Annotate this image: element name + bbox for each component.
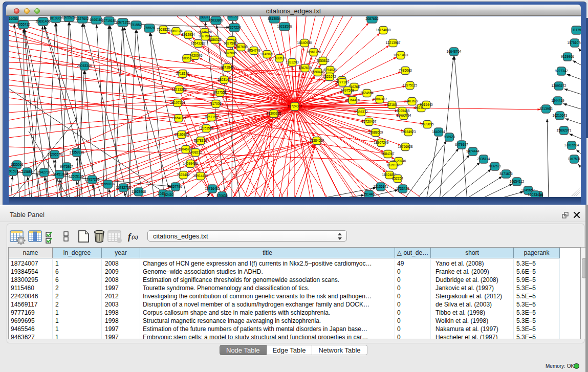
svg-text:7625402: 7625402: [177, 173, 190, 177]
svg-text:(x): (x): [132, 234, 138, 240]
svg-text:9227342: 9227342: [555, 69, 568, 73]
svg-text:16640910: 16640910: [297, 41, 312, 45]
svg-text:9146821: 9146821: [260, 52, 274, 56]
svg-text:9699695: 9699695: [421, 122, 434, 126]
svg-text:19218506: 19218506: [277, 25, 292, 28]
svg-text:7663822: 7663822: [157, 28, 170, 31]
svg-text:751552: 751552: [130, 23, 142, 27]
svg-text:8267150: 8267150: [205, 115, 218, 119]
svg-text:9684067: 9684067: [381, 152, 395, 156]
svg-text:88130: 88130: [228, 16, 237, 18]
svg-text:20206576: 20206576: [48, 152, 62, 156]
svg-text:9474444: 9474444: [466, 149, 480, 153]
svg-text:9975867: 9975867: [60, 165, 73, 168]
svg-text:10719185: 10719185: [102, 19, 117, 23]
svg-text:16648764: 16648764: [447, 50, 462, 53]
svg-text:10654112: 10654112: [510, 180, 525, 183]
svg-text:18724007: 18724007: [288, 104, 302, 108]
svg-text:938923: 938923: [444, 135, 455, 139]
svg-text:1835061: 1835061: [10, 163, 24, 166]
svg-text:9327503: 9327503: [199, 34, 212, 38]
svg-text:1832203: 1832203: [286, 60, 299, 64]
svg-text:6479197: 6479197: [455, 143, 468, 146]
svg-text:8678352: 8678352: [194, 139, 207, 142]
svg-text:16210643: 16210643: [553, 114, 568, 117]
svg-text:19166825: 19166825: [175, 133, 189, 136]
svg-text:92450: 92450: [164, 193, 173, 196]
svg-text:2935114: 2935114: [477, 157, 490, 161]
svg-text:1621072: 1621072: [323, 75, 336, 78]
svg-text:12213389: 12213389: [172, 87, 187, 91]
svg-text:12093572: 12093572: [552, 84, 567, 87]
svg-text:1527602: 1527602: [76, 17, 89, 20]
svg-text:8960124: 8960124: [169, 29, 183, 33]
svg-text:252254: 252254: [392, 177, 403, 180]
svg-text:8912954: 8912954: [182, 33, 195, 36]
svg-text:10958107: 10958107: [101, 182, 116, 186]
svg-text:9857791: 9857791: [169, 185, 182, 188]
svg-text:8186323: 8186323: [208, 38, 222, 41]
svg-text:8213953: 8213953: [539, 107, 553, 111]
svg-text:20364436: 20364436: [345, 98, 360, 102]
svg-text:15136141: 15136141: [374, 185, 388, 188]
svg-text:7485063: 7485063: [399, 69, 412, 72]
svg-text:6466160: 6466160: [90, 18, 103, 21]
svg-text:1362615: 1362615: [298, 66, 312, 70]
svg-text:7386372: 7386372: [355, 110, 368, 114]
svg-text:9327508: 9327508: [224, 41, 237, 45]
svg-text:9242845: 9242845: [221, 65, 234, 69]
svg-text:15716485: 15716485: [205, 187, 220, 190]
svg-text:18907249: 18907249: [374, 141, 389, 144]
svg-text:9463627: 9463627: [405, 99, 419, 103]
svg-text:8427552: 8427552: [213, 91, 227, 94]
svg-text:8454749: 8454749: [247, 49, 260, 52]
svg-text:1498222: 1498222: [189, 150, 202, 154]
svg-text:1810307: 1810307: [49, 16, 62, 20]
svg-text:17359928: 17359928: [70, 150, 84, 154]
svg-text:15751074: 15751074: [568, 41, 581, 45]
svg-text:11175: 11175: [572, 28, 581, 32]
svg-text:2087652: 2087652: [365, 17, 379, 20]
svg-text:1145194: 1145194: [53, 172, 66, 176]
svg-text:20053346: 20053346: [77, 64, 92, 68]
svg-text:10025458: 10025458: [395, 109, 410, 113]
svg-text:1588520: 1588520: [273, 56, 286, 60]
svg-text:12213967: 12213967: [386, 41, 401, 45]
svg-text:8471676: 8471676: [499, 172, 513, 176]
svg-text:16107554: 16107554: [170, 101, 185, 104]
svg-text:16543382: 16543382: [191, 41, 206, 45]
svg-text:9515440: 9515440: [420, 103, 433, 106]
svg-text:917006: 917006: [210, 102, 222, 105]
svg-text:115689: 115689: [21, 170, 33, 173]
svg-text:12505135: 12505135: [69, 174, 84, 178]
svg-text:19654925: 19654925: [171, 116, 186, 120]
svg-text:6497568: 6497568: [341, 89, 354, 92]
svg-text:16055: 16055: [9, 17, 18, 20]
svg-text:2867608: 2867608: [234, 45, 248, 49]
svg-text:10688609: 10688609: [368, 130, 383, 134]
svg-text:16033809: 16033809: [209, 18, 224, 22]
svg-text:2942737: 2942737: [37, 170, 51, 174]
svg-text:1733426: 1733426: [396, 187, 409, 190]
svg-text:12353594: 12353594: [199, 126, 214, 130]
svg-text:20691406: 20691406: [36, 19, 51, 23]
svg-text:6794028: 6794028: [323, 68, 337, 72]
svg-text:3624554: 3624554: [360, 91, 374, 95]
svg-text:62160: 62160: [387, 103, 397, 106]
svg-text:19384554: 19384554: [310, 139, 324, 142]
svg-text:16782759: 16782759: [116, 186, 131, 189]
svg-text:19756928: 19756928: [398, 145, 413, 148]
svg-text:9129966: 9129966: [561, 55, 574, 58]
svg-text:18300295: 18300295: [267, 112, 281, 115]
svg-text:14099489: 14099489: [183, 162, 198, 165]
svg-text:2803144: 2803144: [217, 78, 231, 81]
svg-text:1244419: 1244419: [551, 99, 564, 102]
svg-text:9777169: 9777169: [336, 80, 349, 84]
svg-text:10807487: 10807487: [373, 97, 387, 101]
svg-text:15720407: 15720407: [362, 120, 377, 123]
svg-text:11923468: 11923468: [132, 190, 146, 193]
svg-text:15692971: 15692971: [557, 128, 572, 132]
svg-text:8990448: 8990448: [311, 70, 324, 74]
svg-text:7955812: 7955812: [316, 59, 330, 62]
svg-text:7357224: 7357224: [228, 26, 241, 29]
